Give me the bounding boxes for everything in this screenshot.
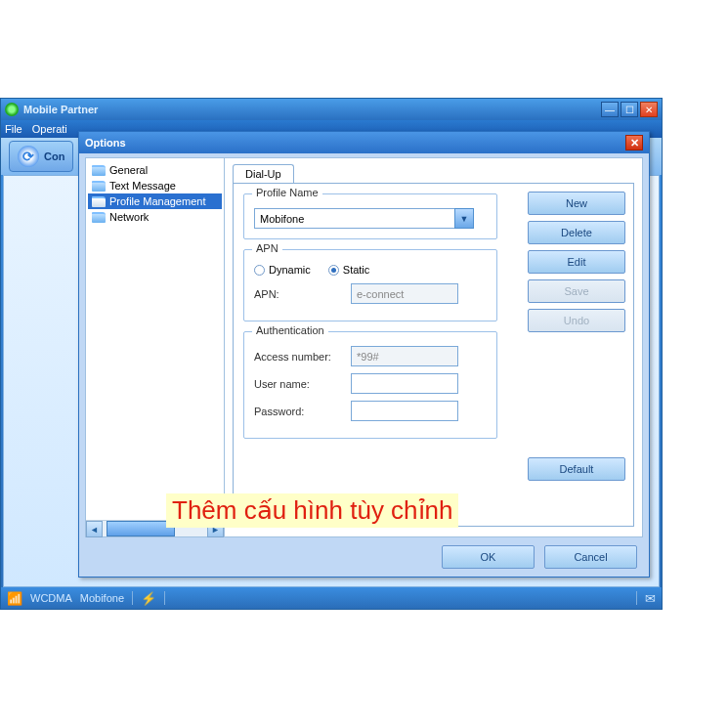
connection-button[interactable]: ⟳ Con: [9, 141, 73, 172]
settings-pane: Dial-Up Profile Name ▼ APN Dynamic: [225, 158, 642, 536]
disconnect-icon: ⚡: [141, 591, 156, 606]
edit-button[interactable]: Edit: [528, 250, 625, 274]
radio-icon: [254, 265, 265, 276]
folder-icon: [92, 196, 106, 207]
profile-name-combo[interactable]: ▼: [254, 208, 474, 229]
app-icon: [5, 103, 19, 116]
scroll-left-icon[interactable]: ◄: [86, 521, 103, 537]
main-titlebar: Mobile Partner — ☐ ✕: [1, 99, 662, 120]
apn-group: APN Dynamic Static APN:: [243, 249, 497, 321]
cancel-button[interactable]: Cancel: [544, 545, 637, 569]
dialog-body: General Text Message Profile Management …: [85, 157, 643, 537]
save-button: Save: [528, 279, 625, 303]
dialog-titlebar: Options ✕: [79, 132, 649, 153]
username-input[interactable]: [351, 373, 458, 394]
connection-label: Con: [44, 150, 64, 162]
category-tree-pane: General Text Message Profile Management …: [86, 158, 225, 536]
mail-icon[interactable]: ✉: [645, 591, 656, 606]
app-title: Mobile Partner: [23, 104, 601, 115]
apn-static-radio[interactable]: Static: [328, 264, 370, 276]
separator: [164, 591, 165, 605]
undo-button: Undo: [528, 309, 625, 332]
menu-file[interactable]: File: [5, 123, 22, 135]
tree-item-general[interactable]: General: [88, 162, 222, 178]
profile-name-input[interactable]: [254, 208, 454, 229]
status-network: WCDMA: [30, 592, 72, 604]
group-title: APN: [252, 242, 282, 254]
apn-label: APN:: [254, 288, 351, 300]
action-button-column: New Delete Edit Save Undo: [528, 192, 625, 332]
default-button[interactable]: Default: [528, 457, 625, 481]
password-label: Password:: [254, 406, 351, 417]
tab-content: Profile Name ▼ APN Dynamic: [233, 183, 634, 527]
signal-icon: 📶: [7, 591, 22, 606]
folder-icon: [92, 165, 106, 176]
dialog-title: Options: [85, 137, 625, 149]
profile-name-group: Profile Name ▼: [243, 193, 497, 239]
dialog-footer: OK Cancel: [442, 545, 637, 569]
folder-icon: [92, 212, 106, 223]
password-input[interactable]: [351, 401, 458, 421]
tree-item-profile-management[interactable]: Profile Management: [88, 193, 222, 209]
group-title: Profile Name: [252, 187, 322, 198]
close-button[interactable]: ✕: [640, 102, 658, 117]
scroll-thumb[interactable]: [107, 521, 175, 536]
menu-operations[interactable]: Operati: [32, 123, 67, 135]
dropdown-icon[interactable]: ▼: [454, 208, 474, 229]
username-label: User name:: [254, 378, 351, 390]
apn-input[interactable]: [351, 283, 458, 304]
group-title: Authentication: [252, 324, 328, 336]
folder-icon: [92, 181, 106, 192]
new-button[interactable]: New: [528, 192, 625, 215]
auth-group: Authentication Access number: User name:…: [243, 331, 497, 439]
sync-icon: ⟳: [18, 146, 39, 167]
tree-label: General: [109, 164, 148, 176]
radio-icon: [328, 265, 339, 276]
delete-button[interactable]: Delete: [528, 221, 625, 244]
tree-item-network[interactable]: Network: [88, 209, 222, 225]
dialog-close-button[interactable]: ✕: [625, 135, 643, 150]
minimize-button[interactable]: —: [601, 102, 619, 117]
apn-dynamic-radio[interactable]: Dynamic: [254, 264, 311, 276]
radio-label: Dynamic: [269, 264, 311, 276]
tree-label: Profile Management: [109, 195, 205, 207]
annotation-overlay: Thêm cấu hình tùy chỉnh: [166, 493, 458, 528]
access-number-label: Access number:: [254, 351, 351, 363]
tree-item-text-message[interactable]: Text Message: [88, 178, 222, 193]
separator: [132, 591, 133, 605]
access-number-input[interactable]: [351, 346, 458, 366]
tree-label: Text Message: [109, 180, 176, 192]
tree-label: Network: [109, 211, 149, 223]
maximize-button[interactable]: ☐: [621, 102, 638, 117]
ok-button[interactable]: OK: [442, 545, 535, 569]
separator: [636, 591, 637, 605]
status-profile: Mobifone: [80, 592, 124, 604]
category-tree: General Text Message Profile Management …: [86, 158, 224, 520]
tab-dialup[interactable]: Dial-Up: [233, 164, 294, 183]
statusbar: 📶 WCDMA Mobifone ⚡ ✉: [1, 587, 662, 609]
radio-label: Static: [343, 264, 370, 276]
